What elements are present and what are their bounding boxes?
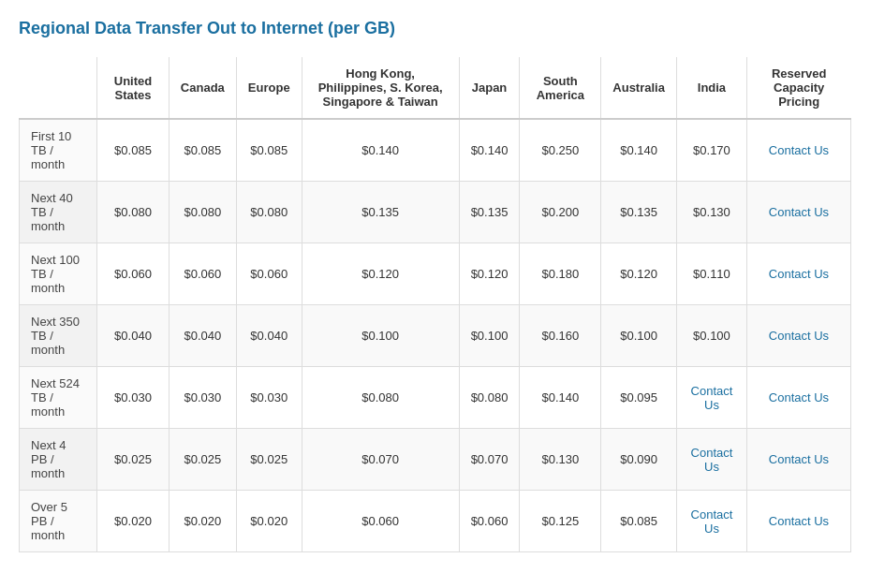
price-cell: $0.160 [520,305,601,367]
price-cell: $0.120 [302,243,459,305]
table-header-row: United States Canada Europe Hong Kong, P… [20,57,851,119]
price-cell: $0.030 [236,367,302,429]
price-cell: $0.060 [169,243,236,305]
price-cell: $0.135 [601,182,677,243]
table-row: Next 40 TB / month$0.080$0.080$0.080$0.1… [20,182,851,243]
price-cell: $0.020 [97,491,170,552]
price-cell: $0.040 [97,305,170,367]
price-cell: $0.080 [97,182,170,243]
contact-us-link[interactable]: Contact Us [746,305,850,367]
price-cell: $0.070 [302,429,459,491]
pricing-table: United States Canada Europe Hong Kong, P… [19,57,851,552]
price-cell: $0.020 [169,491,236,552]
row-label: Next 350 TB / month [20,305,97,367]
price-cell: $0.125 [520,491,601,552]
price-cell: $0.200 [520,182,601,243]
contact-us-link[interactable]: Contact Us [746,367,850,429]
price-cell: $0.060 [302,491,459,552]
row-label: Next 524 TB / month [20,367,97,429]
price-cell: $0.070 [459,429,520,491]
price-cell: $0.020 [236,491,302,552]
price-cell: $0.060 [97,243,170,305]
contact-us-link[interactable]: Contact Us [676,491,746,552]
price-cell: $0.080 [169,182,236,243]
row-label: Over 5 PB / month [20,491,97,552]
row-label: Next 4 PB / month [20,429,97,491]
price-cell: $0.080 [459,367,520,429]
price-cell: $0.040 [236,305,302,367]
price-cell: $0.170 [676,119,746,182]
price-cell: $0.100 [676,305,746,367]
table-row: Next 524 TB / month$0.030$0.030$0.030$0.… [20,367,851,429]
price-cell: $0.060 [459,491,520,552]
contact-us-link[interactable]: Contact Us [746,119,850,182]
table-row: Next 350 TB / month$0.040$0.040$0.040$0.… [20,305,851,367]
col-header-australia: Australia [601,57,677,119]
price-cell: $0.040 [169,305,236,367]
price-cell: $0.080 [236,182,302,243]
col-header-hk: Hong Kong, Philippines, S. Korea, Singap… [302,57,459,119]
price-cell: $0.080 [302,367,459,429]
price-cell: $0.100 [302,305,459,367]
price-cell: $0.180 [520,243,601,305]
price-cell: $0.025 [236,429,302,491]
price-cell: $0.025 [169,429,236,491]
price-cell: $0.135 [302,182,459,243]
price-cell: $0.095 [601,367,677,429]
price-cell: $0.030 [97,367,170,429]
price-cell: $0.100 [459,305,520,367]
contact-us-link[interactable]: Contact Us [746,429,850,491]
contact-us-link[interactable]: Contact Us [676,429,746,491]
price-cell: $0.140 [601,119,677,182]
table-row: Next 100 TB / month$0.060$0.060$0.060$0.… [20,243,851,305]
price-cell: $0.025 [97,429,170,491]
row-label: Next 100 TB / month [20,243,97,305]
col-header-reserved: Reserved Capacity Pricing [746,57,850,119]
price-cell: $0.085 [169,119,236,182]
col-header-canada: Canada [169,57,236,119]
price-cell: $0.090 [601,429,677,491]
price-cell: $0.140 [459,119,520,182]
col-header-south-america: South America [520,57,601,119]
price-cell: $0.060 [236,243,302,305]
price-cell: $0.140 [520,367,601,429]
row-label: Next 40 TB / month [20,182,97,243]
price-cell: $0.140 [302,119,459,182]
row-label: First 10 TB / month [20,119,97,182]
price-cell: $0.135 [459,182,520,243]
contact-us-link[interactable]: Contact Us [746,243,850,305]
price-cell: $0.120 [601,243,677,305]
price-cell: $0.120 [459,243,520,305]
contact-us-link[interactable]: Contact Us [676,367,746,429]
page-title: Regional Data Transfer Out to Internet (… [19,19,851,38]
price-cell: $0.130 [520,429,601,491]
price-cell: $0.250 [520,119,601,182]
price-cell: $0.085 [97,119,170,182]
contact-us-link[interactable]: Contact Us [746,491,850,552]
col-header-india: India [676,57,746,119]
table-row: First 10 TB / month$0.085$0.085$0.085$0.… [20,119,851,182]
col-header-europe: Europe [236,57,302,119]
contact-us-link[interactable]: Contact Us [746,182,850,243]
table-row: Next 4 PB / month$0.025$0.025$0.025$0.07… [20,429,851,491]
price-cell: $0.100 [601,305,677,367]
col-header-empty [20,57,97,119]
table-row: Over 5 PB / month$0.020$0.020$0.020$0.06… [20,491,851,552]
price-cell: $0.085 [236,119,302,182]
price-cell: $0.130 [676,182,746,243]
price-cell: $0.030 [169,367,236,429]
col-header-us: United States [97,57,170,119]
col-header-japan: Japan [459,57,520,119]
price-cell: $0.085 [601,491,677,552]
price-cell: $0.110 [676,243,746,305]
